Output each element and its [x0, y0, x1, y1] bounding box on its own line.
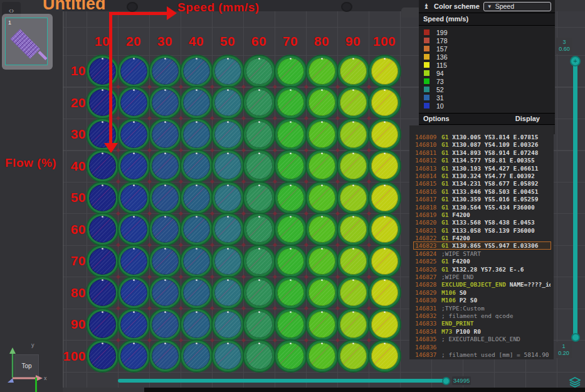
gcode-line-number: 146822 [415, 235, 438, 241]
legend-value: 94 [436, 70, 444, 77]
calibration-disc [308, 58, 335, 85]
gcode-line[interactable]: 146813G1 X130.193 Y54.427 E.06611 [413, 164, 551, 172]
moves-slider-handle[interactable] [442, 377, 450, 385]
plate-thumbnail[interactable]: 1 [2, 14, 53, 70]
calibration-disc [246, 121, 273, 148]
gcode-line[interactable]: 146828EXCLUDE_OBJECT_END NAME=????_id_65… [413, 280, 551, 288]
gcode-line[interactable]: 146834M73 P100 R0 [413, 327, 551, 335]
legend-row: 199 [419, 28, 555, 36]
calibration-disc [277, 311, 304, 338]
gcode-line[interactable]: 146820G1 X133.568 Y58.438 E.0453 [413, 218, 551, 226]
legend-swatch [424, 95, 430, 100]
calibration-disc [308, 121, 335, 148]
gcode-line[interactable]: 146833END_PRINT [413, 319, 551, 327]
calibration-disc [246, 58, 273, 85]
plate-thumbnail-frame: 1 [5, 18, 48, 65]
slicer-preview-window: Speed (mm/s) Flow (%) 102030405060708090… [0, 0, 585, 392]
gcode-line-number: 146829 [415, 289, 438, 296]
calibration-disc [89, 342, 116, 369]
gcode-line[interactable]: 146818G1 X130.564 Y55.434 F36000 [413, 203, 551, 211]
options-label: Options [423, 115, 450, 122]
calibration-disc [340, 248, 367, 275]
plate-number: 1 [8, 19, 11, 26]
legend-swatch [424, 62, 430, 68]
gcode-line[interactable]: 146835; EXECUTABLE_BLOCK_END [413, 335, 551, 342]
gcode-line[interactable]: 146836 [413, 343, 551, 351]
flow-tick: 60 [56, 222, 86, 237]
gcode-line[interactable]: 146810G1 X130.087 Y54.109 E.00326 [413, 140, 551, 148]
legend-title: Speed (mm/s) [419, 13, 555, 26]
gcode-line[interactable]: 146816G1 X133.846 Y58.503 E.00451 [413, 188, 551, 195]
gcode-line[interactable]: 146830M106 P2 S0 [413, 296, 551, 304]
gcode-line[interactable]: 146831;TYPE:Custom [413, 304, 551, 312]
calibration-disc [152, 248, 179, 275]
gcode-viewer[interactable]: 146809G1 X130.005 Y53.814 E.07815146810G… [409, 125, 554, 359]
calibration-disc [340, 152, 367, 179]
calibration-disc [246, 184, 273, 211]
flow-tick: 90 [56, 317, 86, 332]
gcode-line-number: 146821 [415, 227, 438, 234]
gcode-line[interactable]: 146811G1 X134.893 Y58.914 E.07248 [413, 149, 551, 156]
gcode-line[interactable]: 146821G1 X133.058 Y58.139 F36000 [413, 226, 551, 234]
gcode-line[interactable]: 146825G1 F4200 [413, 257, 551, 265]
chevrons-up-icon[interactable]: ▲▲ [423, 4, 430, 9]
x-axis-gizmo-label: x [44, 375, 47, 381]
calibration-disc [120, 248, 147, 275]
gcode-line[interactable]: 146812G1 X134.577 Y58.81 E.00355 [413, 156, 551, 164]
gcode-line[interactable]: 146837; filament used [mm] = 5814.90 [413, 351, 551, 358]
calibration-disc [183, 311, 210, 338]
calibration-disc [120, 342, 147, 369]
calibration-disc [152, 152, 179, 179]
layer-slider-track[interactable] [573, 61, 577, 337]
gcode-line[interactable]: 146823G1 X130.865 Y55.947 E.03306 [413, 241, 551, 249]
gcode-line[interactable]: 146822G1 F4200 [413, 234, 551, 241]
moves-slider-track[interactable] [118, 379, 444, 383]
top-layer-number: 3 [556, 39, 572, 46]
legend-row: 178 [419, 36, 555, 45]
gcode-line[interactable]: 146817G1 X130.359 Y55.016 E.05259 [413, 195, 551, 203]
calibration-disc [214, 58, 241, 85]
bed-knob [127, 2, 138, 12]
calibration-disc [277, 216, 304, 243]
legend-row: 52 [419, 85, 555, 93]
gcode-line[interactable]: 146832; filament end gcode [413, 312, 551, 319]
gcode-line[interactable]: 146815G1 X134.231 Y58.677 E.05892 [413, 179, 551, 187]
layer-slider-top-handle[interactable]: + [570, 56, 581, 66]
speed-arrow-line [109, 12, 169, 15]
gcode-line-number: 146809 [415, 134, 438, 140]
calibration-disc [183, 121, 210, 148]
calibration-disc [246, 279, 273, 306]
flow-tick: 50 [56, 190, 86, 205]
gcode-line[interactable]: 146824;WIPE_START [413, 250, 551, 257]
calibration-disc [152, 311, 179, 338]
calibration-disc [371, 152, 398, 179]
layer-slider-bottom-handle[interactable] [571, 333, 580, 342]
gcode-line[interactable]: 146809G1 X130.005 Y53.814 E.07815 [413, 133, 551, 140]
gcode-line[interactable]: 146814G1 X130.324 Y54.77 E.00392 [413, 172, 551, 179]
calibration-disc [214, 311, 241, 338]
calibration-disc [277, 184, 304, 211]
gcode-line-number: 146820 [415, 219, 438, 226]
calibration-disc [214, 248, 241, 275]
legend-row: 136 [419, 53, 555, 61]
gcode-line[interactable]: 146819G1 F4200 [413, 211, 551, 218]
gcode-line[interactable]: 146829M106 S0 [413, 289, 551, 296]
calibration-disc [371, 311, 398, 338]
legend-row: 31 [419, 93, 555, 102]
layers-icon[interactable] [569, 377, 581, 388]
calibration-disc [246, 89, 273, 116]
gcode-line[interactable]: 146827;WIPE_END [413, 273, 551, 280]
color-scheme-select[interactable]: ▼ Speed [483, 2, 551, 11]
calibration-disc [214, 342, 241, 369]
calibration-disc [340, 121, 367, 148]
speed-tick: 70 [275, 34, 306, 49]
legend-row: 115 [419, 61, 555, 69]
gcode-line-number: 146834 [415, 328, 438, 335]
gcode-line-number: 146830 [415, 297, 438, 304]
legend-value: 31 [436, 94, 444, 102]
calibration-disc [277, 248, 304, 275]
speed-tick: 80 [306, 34, 337, 49]
gcode-line[interactable]: 146826G1 X132.28 Y57.362 E-.6 [413, 265, 551, 273]
calibration-disc [371, 216, 398, 243]
gcode-line-number: 146836 [415, 344, 438, 351]
